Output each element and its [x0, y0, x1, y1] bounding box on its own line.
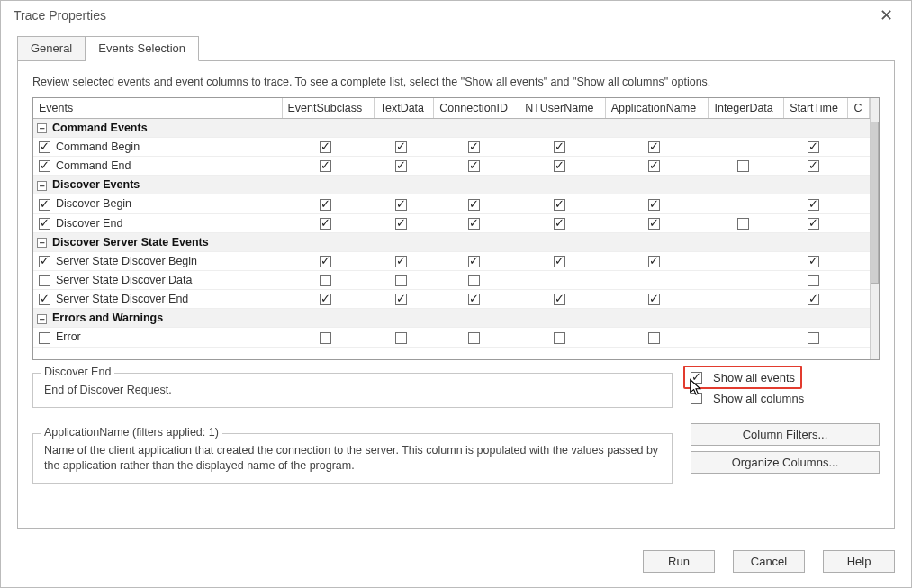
cell-checkbox[interactable] — [808, 256, 819, 267]
cell-checkbox[interactable] — [554, 218, 565, 230]
event-row[interactable]: Error — [33, 328, 870, 347]
cell-checkbox[interactable] — [737, 160, 749, 172]
cell-checkbox[interactable] — [554, 294, 565, 305]
cell-checkbox[interactable] — [808, 218, 819, 230]
cell-checkbox[interactable] — [395, 141, 407, 153]
scrollbar-thumb[interactable] — [871, 122, 879, 284]
cell-checkbox[interactable] — [737, 218, 749, 230]
column-header[interactable]: ConnectionID — [434, 98, 519, 119]
row-checkbox[interactable] — [39, 294, 50, 305]
cell-checkbox[interactable] — [320, 199, 331, 211]
event-row[interactable]: Discover Begin — [33, 194, 870, 213]
titlebar: Trace Properties ✕ — [1, 1, 911, 30]
row-checkbox[interactable] — [39, 218, 50, 230]
event-row[interactable]: Command End — [33, 157, 870, 176]
cell-checkbox[interactable] — [468, 160, 480, 172]
vertical-scrollbar[interactable] — [870, 98, 879, 359]
cell-checkbox[interactable] — [395, 294, 407, 305]
cell-checkbox[interactable] — [395, 256, 407, 267]
instructions-text: Review selected events and event columns… — [32, 76, 880, 88]
event-label: Discover End — [56, 217, 122, 230]
cell-checkbox[interactable] — [808, 294, 819, 305]
cell-checkbox[interactable] — [648, 332, 660, 344]
group-row[interactable]: −Errors and Warnings — [33, 309, 870, 328]
collapse-icon[interactable]: − — [37, 238, 47, 248]
cell-checkbox[interactable] — [395, 160, 407, 172]
cell-checkbox[interactable] — [648, 141, 660, 153]
column-header[interactable]: ApplicationName — [605, 98, 709, 119]
column-header[interactable]: EventSubclass — [282, 98, 374, 119]
cancel-button[interactable]: Cancel — [733, 550, 805, 573]
column-header[interactable]: NTUserName — [519, 98, 606, 119]
cell-checkbox[interactable] — [468, 218, 480, 230]
cell-checkbox[interactable] — [320, 141, 331, 153]
event-row[interactable]: Discover End — [33, 213, 870, 232]
cell-checkbox[interactable] — [468, 332, 480, 344]
column-header[interactable]: C — [848, 98, 870, 119]
cell-checkbox[interactable] — [808, 141, 819, 153]
event-row[interactable]: Server State Discover End — [33, 290, 870, 309]
cell-checkbox[interactable] — [395, 275, 407, 286]
run-button[interactable]: Run — [643, 550, 715, 573]
show-all-columns-checkbox[interactable]: Show all columns — [691, 392, 880, 405]
row-checkbox[interactable] — [39, 160, 50, 172]
cell-checkbox[interactable] — [554, 141, 565, 153]
cell-checkbox[interactable] — [468, 256, 480, 267]
cell-checkbox[interactable] — [320, 218, 331, 230]
cell-checkbox[interactable] — [808, 275, 819, 286]
events-grid[interactable]: EventsEventSubclassTextDataConnectionIDN… — [32, 97, 880, 360]
checkbox-icon — [691, 393, 702, 404]
help-button[interactable]: Help — [823, 550, 895, 573]
collapse-icon[interactable]: − — [37, 181, 47, 191]
cell-checkbox[interactable] — [808, 160, 819, 172]
tab-events-selection[interactable]: Events Selection — [86, 36, 199, 61]
row-checkbox[interactable] — [39, 141, 50, 153]
cell-checkbox[interactable] — [320, 275, 331, 286]
collapse-icon[interactable]: − — [37, 123, 47, 133]
cell-checkbox[interactable] — [648, 160, 660, 172]
collapse-icon[interactable]: − — [37, 314, 47, 324]
cell-checkbox[interactable] — [554, 160, 565, 172]
cell-checkbox[interactable] — [468, 275, 480, 286]
close-icon[interactable]: ✕ — [871, 4, 902, 27]
cell-checkbox[interactable] — [320, 160, 331, 172]
tab-general[interactable]: General — [17, 36, 86, 61]
cell-checkbox[interactable] — [808, 332, 819, 344]
column-filters-button[interactable]: Column Filters... — [691, 423, 880, 446]
cell-checkbox[interactable] — [320, 294, 331, 305]
cell-checkbox[interactable] — [648, 294, 660, 305]
cell-checkbox[interactable] — [395, 199, 407, 211]
cell-checkbox[interactable] — [395, 332, 407, 344]
event-row[interactable]: Server State Discover Begin — [33, 251, 870, 270]
cell-checkbox[interactable] — [554, 199, 565, 211]
group-row[interactable]: −Discover Events — [33, 176, 870, 194]
cell-checkbox[interactable] — [554, 332, 565, 344]
column-header[interactable]: StartTime — [784, 98, 848, 119]
cell-checkbox[interactable] — [648, 199, 660, 211]
cell-checkbox[interactable] — [648, 218, 660, 230]
row-checkbox[interactable] — [39, 275, 50, 286]
row-checkbox[interactable] — [39, 199, 50, 211]
group-row[interactable]: −Discover Server State Events — [33, 232, 870, 251]
group-row[interactable]: −Command Events — [33, 119, 870, 138]
show-all-events-checkbox[interactable]: Show all events — [691, 371, 880, 384]
column-header[interactable]: TextData — [374, 98, 434, 119]
column-header[interactable]: IntegerData — [709, 98, 784, 119]
cell-checkbox[interactable] — [648, 256, 660, 267]
cell-checkbox[interactable] — [395, 218, 407, 230]
cell-checkbox[interactable] — [468, 294, 480, 305]
row-checkbox[interactable] — [39, 256, 50, 267]
organize-columns-button[interactable]: Organize Columns... — [691, 451, 880, 474]
cell-checkbox[interactable] — [320, 256, 331, 267]
row-checkbox[interactable] — [39, 332, 50, 344]
event-row[interactable]: Command Begin — [33, 138, 870, 157]
event-label: Error — [56, 330, 81, 343]
event-detail-box: Discover End End of Discover Request. — [32, 373, 673, 408]
cell-checkbox[interactable] — [554, 256, 565, 267]
event-row[interactable]: Server State Discover Data — [33, 271, 870, 290]
column-header[interactable]: Events — [33, 98, 282, 119]
cell-checkbox[interactable] — [468, 199, 480, 211]
cell-checkbox[interactable] — [468, 141, 480, 153]
cell-checkbox[interactable] — [808, 199, 819, 211]
cell-checkbox[interactable] — [320, 332, 331, 344]
